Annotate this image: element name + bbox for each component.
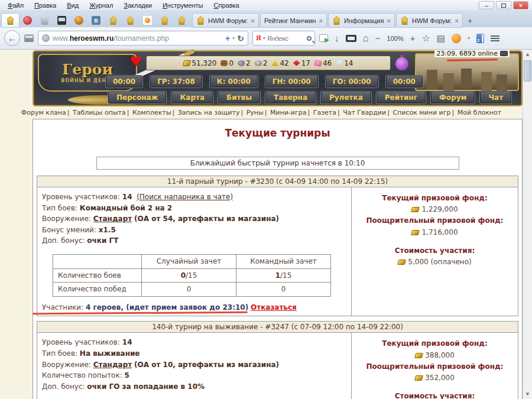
nav-tavern[interactable]: Таверна <box>265 92 316 103</box>
orange-favicon <box>143 16 152 25</box>
nav-map[interactable]: Карта <box>171 92 213 103</box>
maximize-button[interactable] <box>496 1 511 9</box>
gold-coin-icon <box>397 259 406 265</box>
link-runes[interactable]: Руны <box>245 109 265 116</box>
nav-forum[interactable]: Форум <box>431 92 475 103</box>
tab-rating[interactable]: Рейтинг Манчкин... × <box>261 14 326 27</box>
downloads-icon[interactable]: ↓ <box>335 34 339 43</box>
browser-chrome: Файл Правка Вид Журнал Закладки Инструме… <box>0 0 532 50</box>
nav-character[interactable]: Персонаж <box>108 92 166 103</box>
standard-arms-link[interactable]: Стандарт <box>93 361 132 369</box>
pinned-tab-2[interactable] <box>19 14 36 27</box>
scroll-down-icon[interactable]: ▼ <box>523 390 532 399</box>
nav-roulette[interactable]: Рулетка <box>321 92 371 103</box>
link-clan-forum[interactable]: Форум клана <box>20 109 67 116</box>
pinned-tab-7[interactable] <box>105 14 122 27</box>
tab-close-icon[interactable]: × <box>455 17 459 24</box>
menu-icon[interactable] <box>491 35 499 41</box>
menu-tools[interactable]: Инструменты <box>157 1 209 10</box>
zoom-level[interactable]: 100% <box>387 35 404 42</box>
prize-bonus-label: Поощрительный призовой фонд: <box>355 215 514 226</box>
nav-battles[interactable]: Битвы <box>218 92 260 103</box>
tab-close-icon[interactable]: × <box>387 17 391 24</box>
resource-mercury: 2 <box>255 59 268 67</box>
row-battles-team: 1/15 <box>236 268 331 283</box>
refuse-link[interactable]: Отказаться <box>251 303 297 312</box>
chevron-down-icon[interactable]: ▾ <box>232 35 235 41</box>
bookmark-add-icon[interactable]: + <box>225 34 230 43</box>
bookmark-star-icon[interactable]: ☆ <box>421 34 430 43</box>
link-minigame[interactable]: Мини-игра <box>269 109 308 116</box>
save-page-icon[interactable] <box>319 34 328 42</box>
arms-row: Вооружение: Стандарт (ОА от 10, артефакт… <box>42 359 346 371</box>
pinned-tab-hwm-active[interactable] <box>2 14 19 27</box>
notebook-addon-icon[interactable]: 2 <box>476 34 484 43</box>
youtube-icon[interactable] <box>346 35 356 42</box>
menu-help[interactable]: Справка <box>209 1 245 10</box>
nav-rating[interactable]: Рейтинг <box>377 92 426 103</box>
search-icon[interactable] <box>307 36 312 41</box>
menu-edit[interactable]: Правка <box>29 1 61 10</box>
close-button[interactable]: × <box>513 1 528 9</box>
zoom-out-icon[interactable]: − <box>375 34 381 43</box>
menu-view[interactable]: Вид <box>61 1 84 10</box>
scroll-up-icon[interactable]: ▲ <box>523 50 532 59</box>
pinned-tab-8[interactable] <box>122 14 139 27</box>
sulfur-icon <box>271 60 278 66</box>
minimize-button[interactable]: – <box>479 1 494 9</box>
menu-bookmarks[interactable]: Закладки <box>118 1 157 10</box>
score-col-random: Случайный зачет <box>142 254 236 268</box>
pinned-tab-5[interactable] <box>70 14 87 27</box>
link-newspaper[interactable]: Газета <box>312 109 338 116</box>
vertical-scrollbar[interactable]: ▲ ▼ <box>523 50 532 399</box>
partner-search-link[interactable]: (Поиск напарника в чате) <box>137 193 233 201</box>
menu-history[interactable]: Журнал <box>84 1 118 10</box>
messenger-icon[interactable] <box>500 51 508 56</box>
tab-close-icon[interactable]: × <box>319 17 323 24</box>
search-input[interactable] <box>267 35 297 42</box>
prize-bonus-value: 352,000 <box>355 372 514 384</box>
helmet-favicon <box>6 16 15 25</box>
back-button[interactable]: ← <box>4 30 20 46</box>
recent-pages-icon[interactable] <box>24 34 34 42</box>
menu-bar: Файл Правка Вид Журнал Закладки Инструме… <box>0 0 532 11</box>
link-guard-chat[interactable]: Чат Гвардии <box>342 109 387 116</box>
pinned-tab-6[interactable]: B <box>87 14 105 27</box>
standard-arms-link[interactable]: Стандарт <box>93 215 132 223</box>
new-tab-button[interactable]: + <box>462 14 478 27</box>
chevron-down-icon[interactable]: ▾ <box>468 35 470 41</box>
bookmarks-list-icon[interactable]: ▤ <box>437 34 445 43</box>
search-box[interactable]: Я ▾ <box>252 31 315 46</box>
link-sets[interactable]: Комплекты <box>131 109 173 116</box>
nav-chat[interactable]: Чат <box>480 92 511 103</box>
home-icon[interactable]: ⌂ <box>363 33 369 43</box>
link-defense[interactable]: Запись на защиту <box>177 109 241 116</box>
tab-hwm-forum-1[interactable]: HWM Форум: ... × <box>193 14 258 27</box>
smiley-addon-icon[interactable] <box>452 34 461 43</box>
link-exp-tables[interactable]: Таблицы опыта <box>72 109 127 116</box>
prize-current-label: Текущий призовой фонд: <box>355 338 514 349</box>
battle-type-row: Тип боев: Командный бой 2 на 2 <box>42 203 346 214</box>
chevron-down-icon[interactable]: ▾ <box>263 35 265 41</box>
zoom-in-icon[interactable]: + <box>410 34 416 43</box>
menu-file[interactable]: Файл <box>2 1 29 10</box>
prize-current-value: 388,000 <box>355 350 514 361</box>
heart-icon[interactable]: ♥ <box>129 53 142 70</box>
url-bar[interactable]: www.heroeswm.ru/tournaments.php + ▾ ↻ <box>38 31 248 46</box>
row-wins-label: Количество побед <box>53 283 142 297</box>
pinned-tab-9[interactable] <box>139 14 156 27</box>
tab-info[interactable]: Информация ... × <box>329 14 394 27</box>
scroll-thumb[interactable] <box>524 60 531 82</box>
pinned-tab-11[interactable] <box>173 14 190 27</box>
potion-icon[interactable] <box>395 55 408 70</box>
reload-icon[interactable]: ↻ <box>237 34 244 43</box>
pinned-tab-3[interactable] <box>36 14 53 27</box>
pinned-tab-4[interactable] <box>53 14 70 27</box>
attempts-row: Количество попыток: 5 <box>42 370 346 381</box>
tab-hwm-forum-2[interactable]: HWM Форум: ... × <box>397 14 462 27</box>
pinned-tab-10[interactable] <box>156 14 173 27</box>
tab-close-icon[interactable]: × <box>251 17 255 24</box>
red-underline-annotation <box>33 312 248 315</box>
link-notebook[interactable]: Мой блокнот <box>456 109 502 116</box>
link-minigames-list[interactable]: Список мини игр <box>391 109 452 116</box>
